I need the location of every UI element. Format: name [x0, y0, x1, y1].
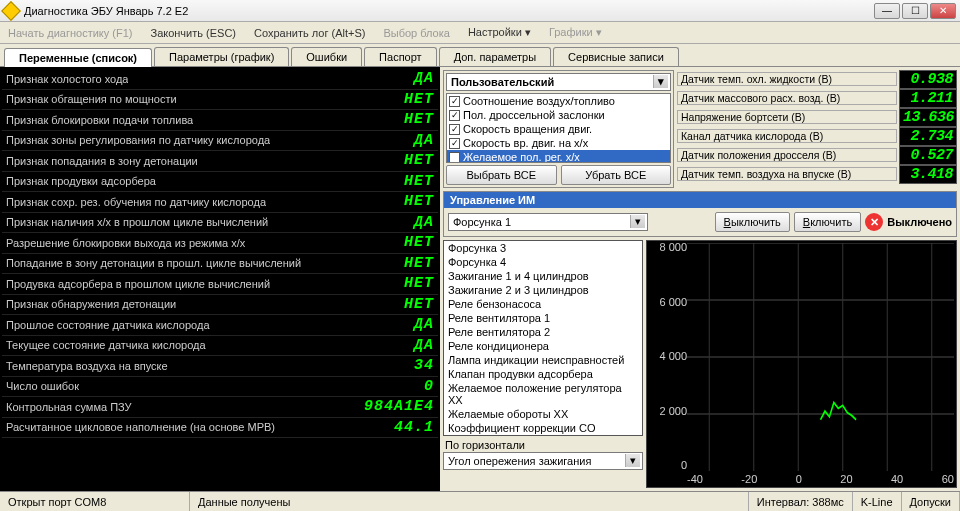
- variable-value: НЕТ: [396, 111, 434, 128]
- menu-graphs: Графики ▾: [549, 26, 602, 39]
- variable-row[interactable]: Признак блокировки подачи топливаНЕТ: [2, 110, 438, 131]
- titlebar: Диагностика ЭБУ Январь 7.2 Е2 — ☐ ✕: [0, 0, 960, 22]
- variable-label: Признак холостого хода: [6, 73, 128, 85]
- dropdown-item[interactable]: Реле бензонасоса: [444, 297, 642, 311]
- variable-value: ДА: [406, 132, 434, 149]
- dropdown-item[interactable]: Коэффициент коррекции CO: [444, 421, 642, 435]
- checklist-item[interactable]: ✓Пол. дроссельной заслонки: [447, 108, 670, 122]
- sensor-row: Напряжение бортсети (В)13.636: [677, 108, 957, 126]
- sensor-label: Напряжение бортсети (В): [677, 110, 897, 124]
- variable-row[interactable]: Контрольная сумма ПЗУ984A1E4: [2, 397, 438, 418]
- im-on-button[interactable]: Включить: [794, 212, 861, 232]
- variable-row[interactable]: Признак обнаружения детонацииНЕТ: [2, 295, 438, 316]
- im-status: Выключено: [887, 216, 952, 228]
- app-icon: [1, 1, 21, 21]
- checkbox-icon: ✓: [449, 124, 460, 135]
- variable-row[interactable]: Температура воздуха на впуске34: [2, 356, 438, 377]
- variable-row[interactable]: Продувка адсорбера в прошлом цикле вычис…: [2, 274, 438, 295]
- variable-row[interactable]: Признак обгащения по мощностиНЕТ: [2, 90, 438, 111]
- statusbar: Открыт порт COM8 Данные получены Интерва…: [0, 491, 960, 511]
- variable-label: Текущее состояние датчика кислорода: [6, 339, 206, 351]
- profile-combo[interactable]: Пользовательский: [446, 73, 671, 91]
- variable-row[interactable]: Расчитанное цикловое наполнение (на осно…: [2, 418, 438, 439]
- im-dropdown-list[interactable]: Форсунка 3Форсунка 4Зажигание 1 и 4 цили…: [443, 240, 643, 436]
- variable-label: Прошлое состояние датчика кислорода: [6, 319, 210, 331]
- sensor-row: Датчик темп. воздуха на впуске (В)3.418: [677, 165, 957, 183]
- status-interval: Интервал: 388мс: [749, 492, 853, 511]
- sensor-label: Датчик темп. воздуха на впуске (В): [677, 167, 897, 181]
- dropdown-item[interactable]: Зажигание 2 и 3 цилиндров: [444, 283, 642, 297]
- checkbox-icon: ✓: [449, 96, 460, 107]
- variable-label: Признак продувки адсорбера: [6, 175, 156, 187]
- checkbox-icon: ✓: [449, 138, 460, 149]
- variable-label: Температура воздуха на впуске: [6, 360, 168, 372]
- tab-params[interactable]: Параметры (график): [154, 47, 289, 66]
- variable-label: Признак зоны регулирования по датчику ки…: [6, 134, 270, 146]
- close-button[interactable]: ✕: [930, 3, 956, 19]
- checklist-item[interactable]: ✓Скорость вр. двиг. на х/х: [447, 136, 670, 150]
- dropdown-item[interactable]: Реле вентилятора 2: [444, 325, 642, 339]
- variables-list: Признак холостого ходаДАПризнак обгащени…: [0, 67, 440, 491]
- tab-passport[interactable]: Паспорт: [364, 47, 437, 66]
- status-proto: K-Line: [853, 492, 902, 511]
- dropdown-item[interactable]: Форсунка 4: [444, 255, 642, 269]
- variable-row[interactable]: Прошлое состояние датчика кислородаДА: [2, 315, 438, 336]
- status-access: Допуски: [902, 492, 960, 511]
- horiz-combo[interactable]: Угол опережения зажигания: [443, 452, 643, 470]
- checklist-item[interactable]: ✓Желаемое пол. рег. х/х: [447, 150, 670, 163]
- sensor-label: Датчик положения дросселя (В): [677, 148, 897, 162]
- sensors-panel: Датчик темп. охл. жидкости (В)0.938Датчи…: [677, 70, 957, 188]
- variable-label: Признак попадания в зону детонации: [6, 155, 198, 167]
- variable-row[interactable]: Признак продувки адсорбераНЕТ: [2, 172, 438, 193]
- variable-row[interactable]: Разрешение блокировки выхода из режима х…: [2, 233, 438, 254]
- variable-row[interactable]: Признак сохр. рез. обучения по датчику к…: [2, 192, 438, 213]
- tab-extra[interactable]: Доп. параметры: [439, 47, 551, 66]
- variable-row[interactable]: Признак зоны регулирования по датчику ки…: [2, 131, 438, 152]
- menu-savelog[interactable]: Сохранить лог (Alt+S): [254, 27, 365, 39]
- sensor-value: 0.527: [899, 146, 957, 165]
- status-port: Открыт порт COM8: [0, 492, 190, 511]
- variable-row[interactable]: Признак холостого ходаДА: [2, 69, 438, 90]
- variable-row[interactable]: Попадание в зону детонации в прошл. цикл…: [2, 254, 438, 275]
- variable-row[interactable]: Признак наличия х/х в прошлом цикле вычи…: [2, 213, 438, 234]
- maximize-button[interactable]: ☐: [902, 3, 928, 19]
- graph: 8 0006 0004 0002 0000 -40-200204060: [646, 240, 957, 488]
- deselect-all-button[interactable]: Убрать ВСЕ: [561, 165, 672, 185]
- menubar: Начать диагностику (F1) Закончить (ESC) …: [0, 22, 960, 44]
- sensor-row: Датчик массового расх. возд. (В)1.211: [677, 89, 957, 107]
- menu-settings[interactable]: Настройки ▾: [468, 26, 531, 39]
- checklist-item[interactable]: ✓Скорость вращения двиг.: [447, 122, 670, 136]
- im-off-button[interactable]: Выключить: [715, 212, 790, 232]
- checklist-item[interactable]: ✓Соотношение воздух/топливо: [447, 94, 670, 108]
- dropdown-item[interactable]: Форсунка 3: [444, 241, 642, 255]
- variable-row[interactable]: Признак попадания в зону детонацииНЕТ: [2, 151, 438, 172]
- dropdown-item[interactable]: Реле кондиционера: [444, 339, 642, 353]
- dropdown-item[interactable]: Желаемые обороты ХХ: [444, 407, 642, 421]
- checkbox-icon: ✓: [449, 110, 460, 121]
- tab-service[interactable]: Сервисные записи: [553, 47, 679, 66]
- variable-row[interactable]: Число ошибок0: [2, 377, 438, 398]
- variable-value: ДА: [406, 70, 434, 87]
- menu-stop[interactable]: Закончить (ESC): [150, 27, 236, 39]
- variable-row[interactable]: Текущее состояние датчика кислородаДА: [2, 336, 438, 357]
- im-combo[interactable]: Форсунка 1: [448, 213, 648, 231]
- cancel-icon[interactable]: ✕: [865, 213, 883, 231]
- dropdown-item[interactable]: Клапан продувки адсорбера: [444, 367, 642, 381]
- dropdown-item[interactable]: Желаемое положение регулятора ХХ: [444, 381, 642, 407]
- variable-value: НЕТ: [396, 173, 434, 190]
- dropdown-item[interactable]: Лампа индикации неисправностей: [444, 353, 642, 367]
- variable-value: 44.1: [386, 419, 434, 436]
- sensor-value: 2.734: [899, 127, 957, 146]
- tab-vars[interactable]: Переменные (список): [4, 48, 152, 67]
- profile-checklist[interactable]: ✓Соотношение воздух/топливо✓Пол. дроссел…: [446, 93, 671, 163]
- dropdown-item[interactable]: Зажигание 1 и 4 цилиндров: [444, 269, 642, 283]
- variable-label: Продувка адсорбера в прошлом цикле вычис…: [6, 278, 270, 290]
- dropdown-item[interactable]: Реле вентилятора 1: [444, 311, 642, 325]
- sensor-value: 1.211: [899, 89, 957, 108]
- minimize-button[interactable]: —: [874, 3, 900, 19]
- sensor-row: Датчик положения дросселя (В)0.527: [677, 146, 957, 164]
- select-all-button[interactable]: Выбрать ВСЕ: [446, 165, 557, 185]
- tab-errors[interactable]: Ошибки: [291, 47, 362, 66]
- profile-box: Пользовательский ✓Соотношение воздух/топ…: [443, 70, 674, 188]
- menu-start: Начать диагностику (F1): [8, 27, 132, 39]
